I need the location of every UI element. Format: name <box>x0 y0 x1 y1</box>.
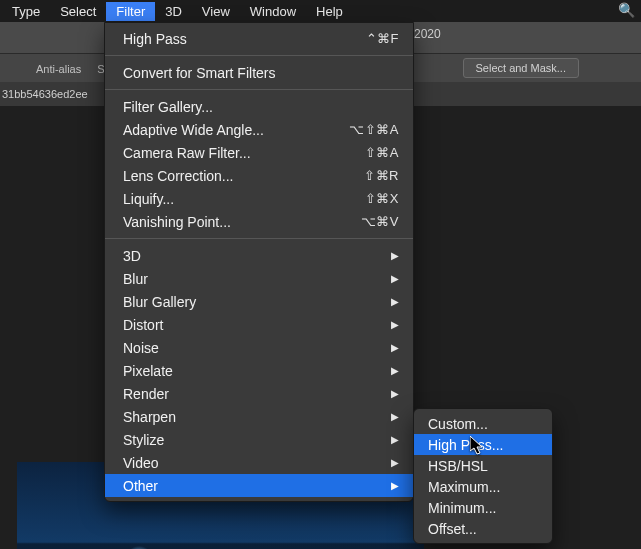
filter-other-submenu: Custom... High Pass... HSB/HSL Maximum..… <box>413 408 553 544</box>
menu-item-label: Pixelate <box>123 362 173 380</box>
filter-sub-blur[interactable]: Blur▶ <box>105 267 413 290</box>
menu-item-label: Vanishing Point... <box>123 213 231 231</box>
submenu-arrow-icon: ▶ <box>391 247 399 265</box>
other-maximum[interactable]: Maximum... <box>414 476 552 497</box>
menu-item-label: Render <box>123 385 169 403</box>
filter-sub-video[interactable]: Video▶ <box>105 451 413 474</box>
menu-item-label: Stylize <box>123 431 164 449</box>
other-custom[interactable]: Custom... <box>414 413 552 434</box>
submenu-arrow-icon: ▶ <box>391 270 399 288</box>
document-tab[interactable]: 31bb54636ed2ee <box>2 88 88 100</box>
filter-menu-dropdown: High Pass ⌃⌘F Convert for Smart Filters … <box>104 22 414 502</box>
menu-item-shortcut: ⌃⌘F <box>366 30 399 48</box>
menu-item-shortcut: ⇧⌘A <box>365 144 399 162</box>
doc-title-label: 2020 <box>414 27 441 41</box>
menu-item-shortcut: ⇧⌘X <box>365 190 399 208</box>
filter-sub-noise[interactable]: Noise▶ <box>105 336 413 359</box>
submenu-arrow-icon: ▶ <box>391 454 399 472</box>
other-minimum[interactable]: Minimum... <box>414 497 552 518</box>
submenu-arrow-icon: ▶ <box>391 431 399 449</box>
menu-item-label: 3D <box>123 247 141 265</box>
submenu-arrow-icon: ▶ <box>391 339 399 357</box>
menu-view[interactable]: View <box>192 2 240 21</box>
menu-help[interactable]: Help <box>306 2 353 21</box>
apple-icon: 🔍 <box>618 2 635 18</box>
select-and-mask-button[interactable]: Select and Mask... <box>463 58 580 78</box>
menu-item-label: Convert for Smart Filters <box>123 64 275 82</box>
anti-alias-checkbox-label[interactable]: Anti-alias <box>36 63 81 75</box>
menu-separator <box>105 55 413 56</box>
menu-window[interactable]: Window <box>240 2 306 21</box>
menu-separator <box>105 238 413 239</box>
menu-item-label: Adaptive Wide Angle... <box>123 121 264 139</box>
menu-3d[interactable]: 3D <box>155 2 192 21</box>
menu-item-label: Distort <box>123 316 163 334</box>
menu-item-label: Blur <box>123 270 148 288</box>
submenu-arrow-icon: ▶ <box>391 385 399 403</box>
filter-sub-other[interactable]: Other▶ <box>105 474 413 497</box>
menu-item-label: Other <box>123 477 158 495</box>
menu-item-label: High Pass <box>123 30 187 48</box>
submenu-arrow-icon: ▶ <box>391 477 399 495</box>
menu-separator <box>105 89 413 90</box>
other-hsb-hsl[interactable]: HSB/HSL <box>414 455 552 476</box>
menu-item-label: Liquify... <box>123 190 174 208</box>
submenu-arrow-icon: ▶ <box>391 316 399 334</box>
menubar: Type Select Filter 3D View Window Help 🔍 <box>0 0 641 22</box>
menu-item-label: Filter Gallery... <box>123 98 213 116</box>
filter-sub-render[interactable]: Render▶ <box>105 382 413 405</box>
menu-item-shortcut: ⌥⌘V <box>361 213 399 231</box>
filter-liquify[interactable]: Liquify... ⇧⌘X <box>105 187 413 210</box>
menu-item-shortcut: ⇧⌘R <box>364 167 399 185</box>
submenu-arrow-icon: ▶ <box>391 293 399 311</box>
submenu-arrow-icon: ▶ <box>391 408 399 426</box>
filter-lens-correction[interactable]: Lens Correction... ⇧⌘R <box>105 164 413 187</box>
menu-item-shortcut: ⌥⇧⌘A <box>349 121 399 139</box>
other-offset[interactable]: Offset... <box>414 518 552 539</box>
filter-sub-blur-gallery[interactable]: Blur Gallery▶ <box>105 290 413 313</box>
filter-sub-distort[interactable]: Distort▶ <box>105 313 413 336</box>
menu-filter[interactable]: Filter <box>106 2 155 21</box>
menu-select[interactable]: Select <box>50 2 106 21</box>
filter-vanishing-point[interactable]: Vanishing Point... ⌥⌘V <box>105 210 413 233</box>
filter-last-used[interactable]: High Pass ⌃⌘F <box>105 27 413 50</box>
filter-adaptive-wide-angle[interactable]: Adaptive Wide Angle... ⌥⇧⌘A <box>105 118 413 141</box>
menu-item-label: Camera Raw Filter... <box>123 144 251 162</box>
filter-sub-sharpen[interactable]: Sharpen▶ <box>105 405 413 428</box>
menu-item-label: Video <box>123 454 159 472</box>
menu-item-label: Blur Gallery <box>123 293 196 311</box>
filter-gallery[interactable]: Filter Gallery... <box>105 95 413 118</box>
menu-item-label: Sharpen <box>123 408 176 426</box>
filter-convert-smart[interactable]: Convert for Smart Filters <box>105 61 413 84</box>
filter-sub-pixelate[interactable]: Pixelate▶ <box>105 359 413 382</box>
menu-item-label: Noise <box>123 339 159 357</box>
menu-item-label: Lens Correction... <box>123 167 234 185</box>
other-high-pass[interactable]: High Pass... <box>414 434 552 455</box>
filter-sub-3d[interactable]: 3D▶ <box>105 244 413 267</box>
filter-camera-raw[interactable]: Camera Raw Filter... ⇧⌘A <box>105 141 413 164</box>
filter-sub-stylize[interactable]: Stylize▶ <box>105 428 413 451</box>
submenu-arrow-icon: ▶ <box>391 362 399 380</box>
menu-type[interactable]: Type <box>2 2 50 21</box>
